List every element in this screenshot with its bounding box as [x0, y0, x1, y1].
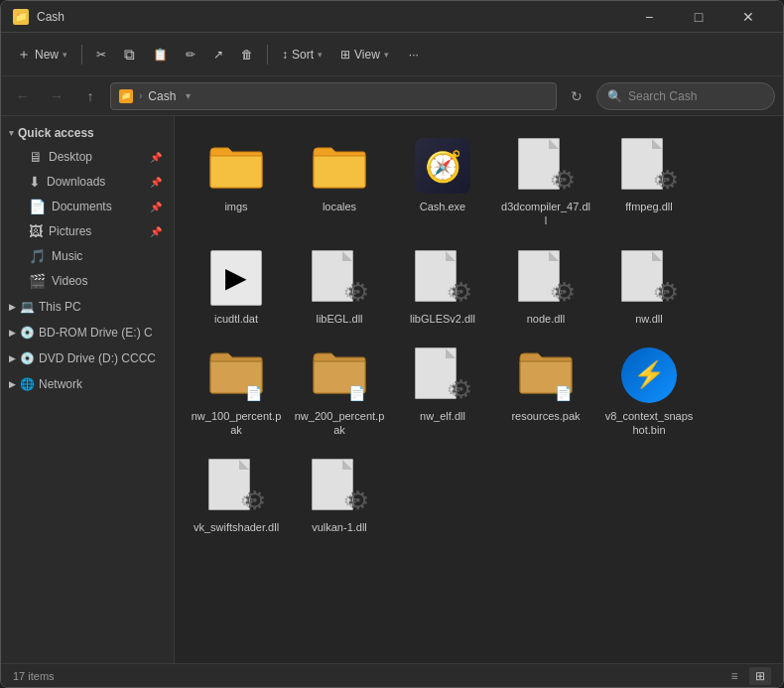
file-item-nw200[interactable]: 📄 nw_200_percent.pak	[290, 338, 389, 446]
status-bar: 17 items ≡ ⊞	[1, 663, 783, 687]
thispc-expand-icon: ▶	[9, 302, 16, 312]
sidebar-item-pictures[interactable]: 🖼 Pictures 📌	[5, 219, 170, 243]
list-view-button[interactable]: ≡	[723, 667, 745, 685]
refresh-button[interactable]: ↻	[563, 82, 590, 110]
sort-chevron-icon: ▾	[318, 50, 323, 60]
sidebar-item-downloads-label: Downloads	[47, 175, 105, 189]
paste-icon: 📋	[153, 48, 168, 62]
address-separator: ›	[139, 90, 142, 101]
bdrom-header[interactable]: ▶ 💿 BD-ROM Drive (E:) C	[1, 321, 174, 344]
file-item-imgs[interactable]: imgs	[187, 128, 286, 236]
dll-icon: ⚙ ⚙	[516, 248, 576, 308]
dvd-label: DVD Drive (D:) CCCC	[39, 351, 156, 365]
address-bar-row: ← → ↑ 📁 › Cash ▾ ↻ 🔍 Search Cash	[1, 76, 783, 116]
file-name: nw_200_percent.pak	[294, 409, 385, 438]
window-icon: 📁	[13, 9, 29, 25]
file-name: locales	[323, 200, 356, 213]
sidebar-item-videos[interactable]: 🎬 Videos	[5, 269, 170, 293]
file-item-icudtl[interactable]: ▶ icudtl.dat	[187, 240, 286, 334]
back-button[interactable]: ←	[9, 82, 37, 110]
search-icon: 🔍	[607, 89, 622, 103]
file-item-libglesv2[interactable]: ⚙ ⚙ libGLESv2.dll	[393, 240, 492, 334]
file-name: resources.pak	[511, 409, 580, 423]
file-name: nw_100_percent.pak	[191, 409, 282, 438]
file-item-d3dcompiler[interactable]: ⚙ ⚙ d3dcompiler_47.dll	[496, 128, 595, 236]
sidebar-item-music-label: Music	[52, 249, 82, 263]
cut-button[interactable]: ✂	[88, 43, 114, 67]
search-placeholder: Search Cash	[628, 89, 697, 103]
sidebar-item-documents[interactable]: 📄 Documents 📌	[5, 195, 170, 218]
file-item-vulkan1[interactable]: ⚙ ⚙ vulkan-1.dll	[290, 449, 389, 542]
pin-icon-documents: 📌	[150, 202, 162, 212]
copy-button[interactable]: ⧉	[116, 41, 143, 69]
paste-button[interactable]: 📋	[145, 43, 176, 67]
more-icon: ···	[409, 48, 419, 62]
quick-access-section: ▾ Quick access 🖥 Desktop 📌 ⬇ Downloads 📌…	[1, 122, 174, 293]
address-bar[interactable]: 📁 › Cash ▾	[110, 82, 557, 110]
file-name: nw.dll	[635, 312, 663, 326]
dll-icon: ⚙ ⚙	[516, 136, 576, 196]
file-item-resources[interactable]: 📄 resources.pak	[496, 338, 595, 446]
dll-icon: ⚙ ⚙	[206, 457, 266, 516]
sidebar: ▾ Quick access 🖥 Desktop 📌 ⬇ Downloads 📌…	[1, 116, 175, 663]
file-name: vk_swiftshader.dll	[194, 520, 279, 534]
file-item-node[interactable]: ⚙ ⚙ node.dll	[496, 240, 595, 334]
documents-icon: 📄	[29, 199, 46, 214]
network-section: ▶ 🌐 Network	[1, 372, 174, 396]
sort-label: Sort	[292, 48, 314, 62]
dll-icon: ⚙ ⚙	[619, 248, 679, 308]
pin-icon-pictures: 📌	[150, 226, 162, 237]
window-title: Cash	[37, 10, 626, 24]
more-button[interactable]: ···	[401, 43, 427, 67]
pin-icon-downloads: 📌	[150, 177, 162, 188]
dll-icon: ⚙ ⚙	[413, 345, 472, 405]
up-button[interactable]: ↑	[76, 82, 104, 110]
dvd-header[interactable]: ▶ 💿 DVD Drive (D:) CCCC	[1, 346, 174, 370]
maximize-button[interactable]: □	[676, 1, 721, 33]
view-button[interactable]: ⊞ View ▾	[332, 43, 397, 67]
file-item-libegl[interactable]: ⚙ ⚙ libEGL.dll	[290, 240, 389, 334]
share-icon: ↗	[213, 48, 223, 62]
search-bar[interactable]: 🔍 Search Cash	[596, 82, 775, 110]
sidebar-item-music[interactable]: 🎵 Music	[5, 244, 170, 268]
toolbar-separator-2	[267, 45, 268, 65]
sidebar-item-pictures-label: Pictures	[49, 224, 91, 238]
sidebar-item-downloads[interactable]: ⬇ Downloads 📌	[5, 170, 170, 194]
network-header[interactable]: ▶ 🌐 Network	[1, 372, 174, 396]
thispc-header[interactable]: ▶ 💻 This PC	[1, 295, 174, 319]
music-icon: 🎵	[29, 248, 46, 264]
file-item-locales[interactable]: locales	[290, 128, 389, 236]
file-item-vkswiftshader[interactable]: ⚙ ⚙ vk_swiftshader.dll	[187, 449, 286, 542]
minimize-button[interactable]: −	[626, 1, 672, 33]
grid-view-button[interactable]: ⊞	[749, 667, 771, 685]
file-name: d3dcompiler_47.dll	[500, 200, 591, 228]
file-item-cashexe[interactable]: 🧭Cash.exe	[393, 128, 492, 236]
new-icon: ＋	[17, 46, 31, 64]
bdrom-section: ▶ 💿 BD-ROM Drive (E:) C	[1, 321, 174, 344]
share-button[interactable]: ↗	[205, 43, 231, 67]
sort-button[interactable]: ↕ Sort ▾	[274, 43, 330, 67]
pak-icon: 📄	[206, 345, 266, 405]
sidebar-item-desktop[interactable]: 🖥 Desktop 📌	[5, 145, 170, 169]
new-chevron-icon: ▾	[63, 50, 67, 60]
main-area: ▾ Quick access 🖥 Desktop 📌 ⬇ Downloads 📌…	[1, 116, 783, 663]
new-button[interactable]: ＋ New ▾	[9, 41, 75, 69]
file-item-nwelf[interactable]: ⚙ ⚙ nw_elf.dll	[393, 338, 492, 446]
rename-button[interactable]: ✏	[178, 43, 203, 67]
forward-button[interactable]: →	[43, 82, 70, 110]
file-item-v8context[interactable]: ⚡v8_context_snapshot.bin	[599, 338, 699, 446]
address-dropdown-icon[interactable]: ▾	[186, 90, 191, 101]
file-item-nw100[interactable]: 📄 nw_100_percent.pak	[187, 338, 286, 446]
file-item-ffmpeg[interactable]: ⚙ ⚙ ffmpeg.dll	[599, 128, 699, 236]
dll-icon: ⚙ ⚙	[413, 248, 472, 308]
file-name: libGLESv2.dll	[410, 312, 475, 326]
file-item-nw[interactable]: ⚙ ⚙ nw.dll	[599, 240, 699, 334]
close-button[interactable]: ✕	[725, 1, 771, 33]
sidebar-item-videos-label: Videos	[52, 274, 87, 288]
quick-access-header[interactable]: ▾ Quick access	[1, 122, 174, 144]
delete-button[interactable]: 🗑	[233, 43, 261, 67]
pak-icon: 📄	[310, 345, 369, 405]
folder-icon	[310, 136, 369, 196]
toolbar-separator-1	[81, 45, 82, 65]
bin-icon: ⚡	[619, 345, 679, 405]
